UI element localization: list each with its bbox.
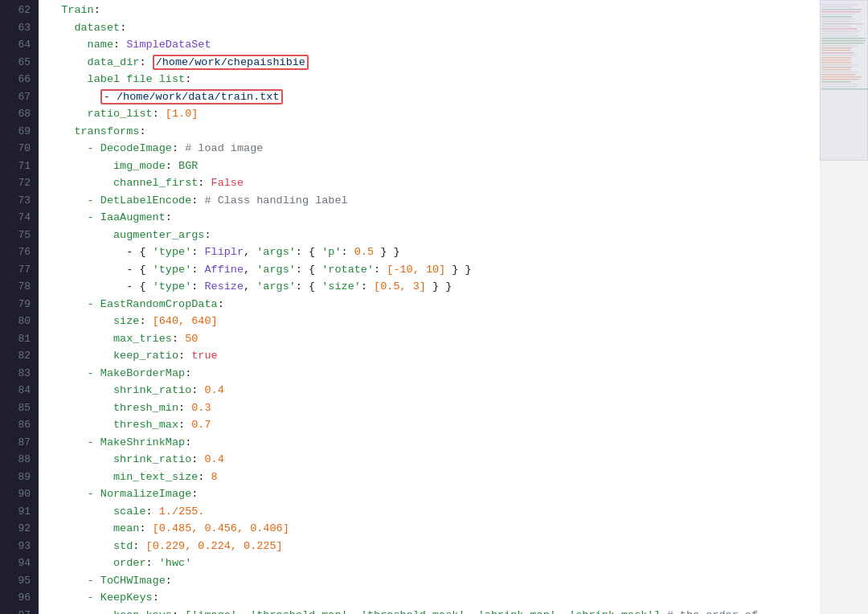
code-line: augmenter_args: — [48, 227, 820, 244]
code-line: - KeepKeys: — [48, 589, 820, 607]
token: : — [374, 264, 387, 276]
token: - MakeShrinkMap — [48, 436, 185, 448]
token: : — [133, 540, 145, 552]
svg-rect-35 — [821, 86, 857, 88]
line-number: 90 — [0, 485, 31, 503]
token: size — [48, 315, 139, 327]
code-line: scale: 1./255. — [48, 503, 820, 521]
line-number: 64 — [0, 36, 31, 54]
highlighted-value: - /home/work/data/train.txt — [100, 89, 283, 104]
svg-rect-19 — [821, 47, 852, 49]
token: 'size' — [321, 280, 361, 293]
svg-rect-18 — [821, 45, 857, 47]
token: data_dir — [48, 56, 139, 68]
code-line: max_tries: 50 — [48, 330, 820, 348]
svg-rect-26 — [821, 64, 857, 66]
token: : — [139, 125, 145, 137]
code-line: - MakeShrinkMap: — [48, 434, 820, 452]
token: 'type' — [153, 264, 192, 276]
token: : — [191, 264, 204, 276]
code-line: keep_ratio: true — [48, 347, 820, 365]
token: : — [166, 160, 178, 172]
token: : — [185, 367, 191, 379]
code-line: size: [640, 640] — [48, 313, 820, 330]
token: : — [198, 177, 211, 189]
svg-rect-28 — [821, 69, 850, 71]
line-number: 68 — [0, 105, 31, 123]
token: : — [185, 73, 191, 85]
token: , — [244, 246, 256, 258]
token: } } — [374, 246, 399, 258]
code-line: - /home/work/data/train.txt — [48, 88, 820, 106]
svg-rect-24 — [821, 59, 850, 61]
token: true — [191, 350, 217, 362]
code-line: - NormalizeImage: — [48, 485, 820, 503]
token: - { — [48, 280, 153, 293]
highlighted-value: /home/work/chepaishibie — [153, 55, 309, 70]
svg-rect-5 — [821, 14, 855, 15]
line-number: 94 — [0, 555, 31, 572]
line-number: 85 — [0, 399, 31, 417]
svg-rect-16 — [821, 40, 866, 42]
svg-rect-22 — [821, 55, 857, 56]
token: - DetLabelEncode — [48, 194, 191, 207]
line-number: 82 — [0, 347, 31, 365]
line-number: 89 — [0, 469, 31, 486]
code-line: img_mode: BGR — [48, 158, 820, 175]
token: # load image — [185, 142, 263, 154]
token: # Class handling label — [204, 194, 347, 207]
token: 'args' — [256, 264, 296, 276]
token: [1.0] — [166, 108, 199, 120]
code-line: shrink_ratio: 0.4 — [48, 382, 820, 399]
token: } } — [445, 264, 471, 276]
token: [-10, 10] — [387, 264, 445, 276]
token: - EastRandomCropData — [48, 298, 218, 310]
line-number: 79 — [0, 296, 31, 313]
token: [640, 640] — [153, 315, 218, 327]
token: SimpleDataSet — [126, 39, 211, 51]
line-numbers: 6263646566676869707172737475767778798081… — [0, 0, 39, 614]
line-number: 96 — [0, 589, 31, 607]
token: : — [139, 522, 152, 534]
line-number: 63 — [0, 19, 31, 37]
line-number: 86 — [0, 416, 31, 434]
line-number: 72 — [0, 174, 31, 192]
token: : — [218, 298, 224, 310]
code-line: thresh_max: 0.7 — [48, 416, 820, 434]
svg-rect-6 — [821, 16, 852, 18]
token: : { — [296, 264, 321, 276]
line-number: 74 — [0, 209, 31, 227]
token: channel_first — [48, 177, 198, 189]
token: : — [178, 350, 191, 362]
line-number: 92 — [0, 520, 31, 538]
line-number: 76 — [0, 244, 31, 261]
token: - DecodeImage — [48, 142, 172, 154]
token: keep_ratio — [48, 350, 178, 362]
token: : — [94, 4, 100, 16]
line-number: 75 — [0, 227, 31, 244]
svg-rect-11 — [821, 28, 857, 30]
svg-rect-27 — [821, 67, 852, 68]
line-number: 91 — [0, 503, 31, 521]
line-number: 62 — [0, 2, 31, 19]
token: 'rotate' — [321, 264, 374, 276]
minimap[interactable] — [820, 0, 868, 614]
code-area[interactable]: Train: dataset: name: SimpleDataSet data… — [39, 0, 820, 614]
token: : — [191, 280, 204, 293]
svg-rect-34 — [821, 84, 857, 85]
token: 1./255. — [159, 506, 205, 518]
token: : — [204, 229, 211, 241]
token: thresh_max — [48, 419, 178, 431]
token: 'args' — [256, 246, 296, 258]
token: - MakeBorderMap — [48, 367, 185, 379]
token: 'args' — [256, 280, 296, 293]
token: 0.4 — [204, 384, 223, 396]
token: : — [191, 384, 204, 396]
svg-rect-21 — [821, 52, 854, 54]
editor-container: 6263646566676869707172737475767778798081… — [0, 0, 868, 614]
token: False — [211, 177, 244, 189]
token: - KeepKeys — [48, 591, 153, 604]
svg-rect-14 — [821, 35, 858, 37]
token: label file list — [48, 73, 185, 85]
line-number: 80 — [0, 313, 31, 330]
